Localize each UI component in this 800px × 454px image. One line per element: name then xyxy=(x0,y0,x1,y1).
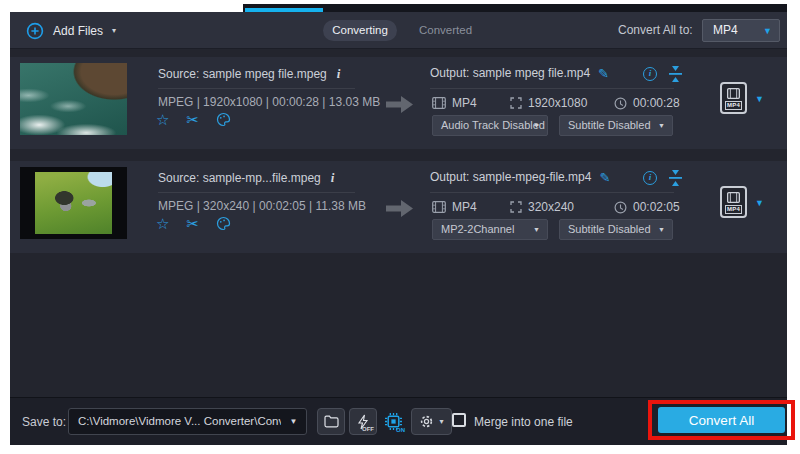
palette-icon[interactable] xyxy=(216,112,231,127)
chevron-down-icon[interactable]: ▾ xyxy=(112,26,116,35)
output-info-icon[interactable]: i xyxy=(643,171,657,185)
save-path-combobox[interactable]: C:\Vidmore\Vidmore V... Converter\Conver… xyxy=(68,408,307,435)
info-icon[interactable]: i xyxy=(337,66,341,82)
output-format-value: MP4 xyxy=(452,200,477,214)
convert-all-button[interactable]: Convert All xyxy=(658,407,785,433)
chevron-down-icon: ▼ xyxy=(763,26,772,36)
video-thumbnail xyxy=(20,167,127,239)
subtitle-value: Subtitle Disabled xyxy=(568,220,651,239)
subtitle-dropdown[interactable]: Subtitle Disabled ▼ xyxy=(559,219,673,240)
add-files-button[interactable]: Add Files ▾ xyxy=(26,12,116,49)
film-icon xyxy=(432,97,446,109)
info-icon[interactable]: i xyxy=(331,170,335,186)
output-duration: 00:02:05 xyxy=(614,200,680,214)
output-duration-value: 00:00:28 xyxy=(633,96,680,110)
output-format: MP4 xyxy=(432,200,477,214)
chevron-down-icon[interactable]: ▼ xyxy=(755,198,764,208)
chevron-down-icon: ▼ xyxy=(533,226,540,233)
arrow-right-icon xyxy=(386,199,413,218)
thumbnail-image-ocean xyxy=(20,63,127,135)
source-filename: Source: sample mpeg file.mpeg xyxy=(158,67,327,81)
gpu-acceleration-button[interactable]: ON xyxy=(380,408,407,435)
output-profile-button[interactable]: MP4 xyxy=(720,186,747,218)
source-filename: Source: sample-mp...file.mpeg xyxy=(158,171,321,185)
audio-track-value: MP2-2Channel xyxy=(441,220,514,239)
output-resolution-value: 1920x1080 xyxy=(528,96,587,110)
divider xyxy=(430,88,674,89)
merge-label: Merge into one file xyxy=(474,398,573,446)
film-icon xyxy=(432,201,446,213)
tab-converted[interactable]: Converted xyxy=(419,12,472,49)
resolution-expand-icon xyxy=(510,201,522,213)
split-icon[interactable] xyxy=(669,170,682,186)
merge-checkbox[interactable] xyxy=(452,413,466,427)
save-to-label: Save to: xyxy=(22,398,66,446)
rename-pencil-icon[interactable]: ✎ xyxy=(599,171,610,184)
page-background: Add Files ▾ Converting Converted Convert… xyxy=(0,0,800,454)
toolbar: Add Files ▾ Converting Converted Convert… xyxy=(10,12,787,49)
edit-effects-icon[interactable]: ☆ xyxy=(156,216,169,231)
resolution-expand-icon xyxy=(510,97,522,109)
convert-all-format-select[interactable]: MP4 ▼ xyxy=(702,19,780,42)
subtitle-dropdown[interactable]: Subtitle Disabled ▼ xyxy=(559,115,673,136)
rename-pencil-icon[interactable]: ✎ xyxy=(598,67,609,80)
output-line: Output: sample mpeg file.mp4 ✎ xyxy=(430,66,609,80)
edit-effects-icon[interactable]: ☆ xyxy=(156,112,169,127)
output-info-icon[interactable]: i xyxy=(643,67,657,81)
audio-track-dropdown[interactable]: Audio Track Disabled ▼ xyxy=(432,115,548,136)
folder-icon xyxy=(324,415,339,428)
annotation-highlight-box: Convert All xyxy=(648,400,795,440)
split-icon[interactable] xyxy=(669,66,682,82)
convert-all-to-label: Convert All to: xyxy=(618,12,693,49)
lightning-state-label: OFF xyxy=(362,426,374,432)
audio-track-value: Audio Track Disabled xyxy=(441,116,545,135)
file-row-1[interactable]: Source: sample mpeg file.mpeg i MPEG | 1… xyxy=(10,57,787,149)
source-meta: MPEG | 1920x1080 | 00:00:28 | 13.03 MB xyxy=(158,95,380,109)
output-resolution: 1920x1080 xyxy=(510,96,587,110)
chevron-down-icon: ▼ xyxy=(658,226,665,233)
video-thumbnail xyxy=(20,63,127,135)
divider xyxy=(158,192,355,193)
cut-icon[interactable]: ✂ xyxy=(186,216,199,231)
thumbnail-image-meadow xyxy=(35,172,112,234)
output-resolution-value: 320x240 xyxy=(528,200,574,214)
audio-track-dropdown[interactable]: MP2-2Channel ▼ xyxy=(432,219,548,240)
subtitle-value: Subtitle Disabled xyxy=(568,116,651,135)
file-row-2[interactable]: Source: sample-mp...file.mpeg i MPEG | 3… xyxy=(10,161,787,253)
tab-converting[interactable]: Converting xyxy=(323,20,397,41)
profile-format-label: MP4 xyxy=(725,101,742,110)
palette-icon[interactable] xyxy=(216,216,231,231)
output-format-value: MP4 xyxy=(452,96,477,110)
chevron-down-icon: ▼ xyxy=(658,122,665,129)
add-files-label: Add Files xyxy=(53,24,103,38)
chevron-down-icon[interactable]: ▼ xyxy=(755,94,764,104)
gear-icon xyxy=(419,414,434,429)
app-window: Add Files ▾ Converting Converted Convert… xyxy=(10,12,787,445)
source-meta: MPEG | 320x240 | 00:02:05 | 11.38 MB xyxy=(158,199,366,213)
divider xyxy=(430,192,674,193)
source-line: Source: sample mpeg file.mpeg i xyxy=(158,66,340,82)
chevron-down-icon[interactable]: ▼ xyxy=(281,409,306,434)
output-format: MP4 xyxy=(432,96,477,110)
source-line: Source: sample-mp...file.mpeg i xyxy=(158,170,334,186)
open-folder-button[interactable] xyxy=(317,408,345,435)
row-tools: ☆ ✂ xyxy=(156,112,231,127)
save-path-value: C:\Vidmore\Vidmore V... Converter\Conver… xyxy=(69,409,281,434)
high-speed-toggle-button[interactable]: OFF xyxy=(349,408,377,435)
clock-icon xyxy=(614,201,627,214)
cut-icon[interactable]: ✂ xyxy=(186,112,199,127)
divider xyxy=(158,88,355,89)
profile-format-label: MP4 xyxy=(725,205,742,214)
output-line: Output: sample-mpeg-file.mp4 ✎ xyxy=(430,170,610,184)
settings-button[interactable]: ▾ xyxy=(411,408,452,435)
output-filename: Output: sample-mpeg-file.mp4 xyxy=(430,170,591,184)
row-tools: ☆ ✂ xyxy=(156,216,231,231)
chevron-down-icon: ▼ xyxy=(533,122,540,129)
clock-icon xyxy=(614,97,627,110)
output-filename: Output: sample mpeg file.mp4 xyxy=(430,66,590,80)
arrow-right-icon xyxy=(386,95,413,114)
film-icon xyxy=(727,191,740,204)
chip-state-label: ON xyxy=(396,427,405,433)
film-icon xyxy=(727,87,740,100)
output-profile-button[interactable]: MP4 xyxy=(720,82,747,114)
